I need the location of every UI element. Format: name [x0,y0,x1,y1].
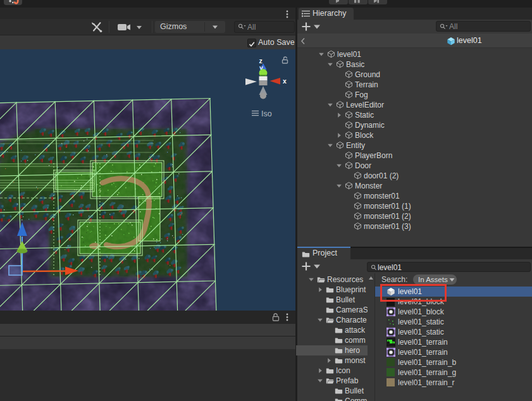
svg-text:x: x [283,77,287,85]
svg-text:Iso: Iso [261,109,272,118]
